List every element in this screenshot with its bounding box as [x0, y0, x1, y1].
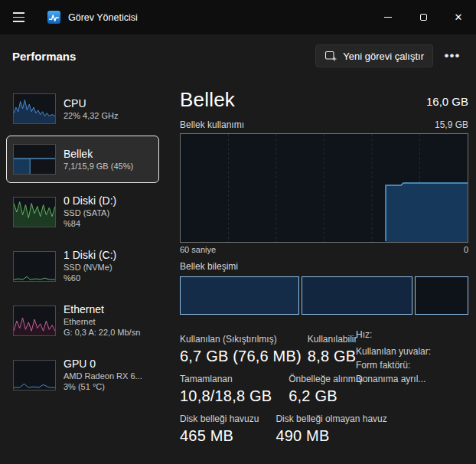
titlebar: Görev Yöneticisi ✕: [0, 0, 476, 34]
sidebar-item-detail2: 3% (51 °C): [64, 381, 142, 392]
maximize-icon: [420, 14, 427, 21]
sidebar-item-title: GPU 0: [64, 358, 142, 371]
stat-label: Kullanılabilir: [308, 334, 357, 345]
stat-available: Kullanılabilir 8,8 GB: [308, 334, 357, 365]
window-controls: ✕: [370, 0, 476, 34]
header-actions: Yeni görevi çalıştır •••: [315, 44, 465, 67]
hardware-info-form-factor: Form faktörü:: [356, 360, 471, 371]
sidebar-item-title: Bellek: [64, 148, 133, 161]
sidebar-item-detail: AMD Radeon RX 6...: [64, 371, 142, 381]
gpu-mini-graph: [13, 360, 56, 390]
composition-segment-free[interactable]: [415, 276, 469, 315]
content: CPU 22% 4,32 GHz Bellek 7,1/15,9 GB (45%…: [0, 77, 476, 453]
stat-value: 490 MB: [275, 427, 386, 445]
composition-segment-in-use[interactable]: [180, 276, 299, 315]
stat-value: 10,8/18,8 GB: [180, 387, 272, 405]
disk1-mini-graph: [13, 251, 56, 282]
close-button[interactable]: ✕: [441, 0, 476, 34]
sidebar-item-detail: 7,1/15,9 GB (45%): [64, 161, 133, 172]
task-manager-window: Görev Yöneticisi ✕ Performans Yeni görev…: [0, 0, 476, 464]
hardware-info-reserved: Donanıma ayrıl...: [356, 374, 471, 384]
memory-usage-chart: [180, 133, 468, 243]
stat-committed: Tamamlanan 10,8/18,8 GB: [180, 374, 272, 405]
panel-title: Bellek: [180, 88, 235, 112]
window-title: Görev Yöneticisi: [68, 12, 138, 23]
axis-right-label: 0: [464, 245, 468, 254]
stat-label: Disk belleği havuzu: [180, 413, 259, 424]
stat-value: 465 MB: [180, 427, 259, 445]
stat-used: Kullanılan (Sıkıştırılmış) 6,7 GB (76,6 …: [180, 334, 302, 365]
sidebar-item-title: 0 Diski (D:): [64, 194, 116, 207]
page-header: Performans Yeni görevi çalıştır •••: [0, 34, 476, 77]
axis-left-label: 60 saniye: [180, 245, 216, 254]
sidebar-item-title: Ethernet: [64, 303, 140, 316]
sidebar-item-disk-0[interactable]: 0 Diski (D:) SSD (SATA) %84: [6, 186, 159, 237]
stat-value: 8,8 GB: [308, 348, 357, 365]
hardware-info-slots: Kullanılan yuvalar:: [356, 346, 471, 357]
sidebar-item-title: CPU: [64, 97, 119, 110]
hardware-info-speed: Hız:: [356, 329, 471, 340]
stat-value: 6,2 GB: [289, 387, 363, 405]
stat-label: Tamamlanan: [180, 374, 272, 384]
stat-cached: Önbelleğe alınmış 6,2 GB: [289, 374, 363, 405]
sidebar-item-detail: SSD (NVMe): [64, 262, 116, 273]
performance-sidebar: CPU 22% 4,32 GHz Bellek 7,1/15,9 GB (45%…: [0, 85, 172, 453]
sidebar-item-detail2: %84: [64, 218, 116, 229]
sidebar-item-gpu-0[interactable]: GPU 0 AMD Radeon RX 6... 3% (51 °C): [6, 349, 159, 400]
more-options-button[interactable]: •••: [439, 44, 465, 67]
sidebar-item-cpu[interactable]: CPU 22% 4,32 GHz: [6, 85, 159, 132]
memory-composition-bar: [180, 276, 468, 315]
cpu-mini-graph: [13, 93, 56, 124]
close-icon: ✕: [455, 12, 463, 22]
run-new-task-label: Yeni görevi çalıştır: [343, 51, 424, 62]
sidebar-item-detail2: %60: [64, 273, 116, 283]
stat-label: Önbelleğe alınmış: [289, 374, 363, 384]
sidebar-item-detail: 22% 4,32 GHz: [64, 110, 119, 121]
stat-paged-pool: Disk belleği havuzu 465 MB: [180, 413, 259, 445]
memory-mini-graph: [13, 144, 56, 175]
usage-chart-label: Bellek kullanımı: [180, 119, 244, 130]
sidebar-item-memory[interactable]: Bellek 7,1/15,9 GB (45%): [6, 136, 159, 183]
sidebar-item-ethernet[interactable]: Ethernet Ethernet G: 0,3 A: 22,0 Mb/sn: [6, 295, 159, 346]
hardware-info: Hız: Kullanılan yuvalar: Form faktörü: D…: [356, 329, 471, 387]
minimize-icon: [384, 17, 392, 18]
composition-segment-standby[interactable]: [302, 276, 412, 315]
stat-non-paged-pool: Disk belleği olmayan havuz 490 MB: [275, 413, 386, 445]
ethernet-mini-graph: [13, 306, 56, 336]
memory-detail-panel: Bellek 16,0 GB Bellek kullanımı 15,9 GB: [172, 85, 476, 453]
maximize-button[interactable]: [406, 0, 441, 34]
minimize-button[interactable]: [370, 0, 406, 34]
new-task-icon: [324, 50, 337, 62]
task-manager-app-icon: [47, 11, 60, 24]
menu-button[interactable]: [3, 5, 34, 31]
stat-label: Kullanılan (Sıkıştırılmış): [180, 334, 302, 345]
composition-label: Bellek bileşimi: [180, 261, 468, 272]
memory-total: 16,0 GB: [426, 95, 468, 108]
sidebar-item-title: 1 Diski (C:): [64, 249, 116, 262]
sidebar-item-detail: SSD (SATA): [64, 207, 116, 218]
stat-value: 6,7 GB (76,6 MB): [180, 348, 302, 365]
stat-label: Disk belleği olmayan havuz: [275, 413, 386, 424]
sidebar-item-detail: Ethernet: [64, 316, 140, 327]
sidebar-item-detail2: G: 0,3 A: 22,0 Mb/sn: [64, 327, 140, 338]
disk0-mini-graph: [13, 197, 56, 227]
usage-chart-max: 15,9 GB: [435, 119, 468, 130]
page-title: Performans: [12, 50, 76, 63]
memory-stats: Kullanılan (Sıkıştırılmış) 6,7 GB (76,6 …: [180, 334, 468, 445]
sidebar-item-disk-1[interactable]: 1 Diski (C:) SSD (NVMe) %60: [6, 240, 159, 292]
run-new-task-button[interactable]: Yeni görevi çalıştır: [315, 44, 433, 67]
